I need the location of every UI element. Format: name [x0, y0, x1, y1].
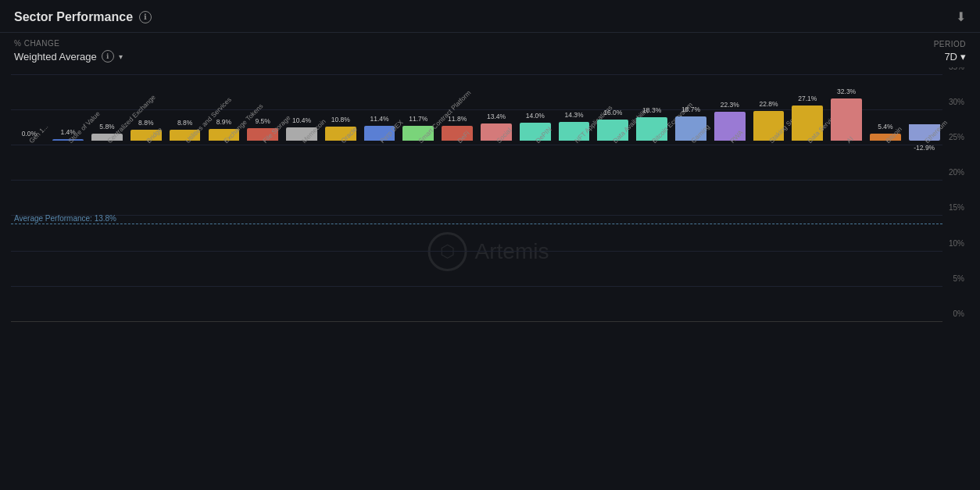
- bar-value-label: -12.9%: [914, 144, 935, 152]
- period-select[interactable]: 7D ▾: [944, 51, 966, 63]
- bar-group[interactable]: 18.7%Gaming: [673, 75, 710, 141]
- grid-label: 30%: [949, 98, 964, 106]
- bar-value-label: 14.3%: [564, 111, 583, 119]
- average-line-label: Average Performance: 13.8%: [14, 214, 116, 223]
- bar-group[interactable]: 11.7%Smart Contract Platform: [400, 75, 437, 141]
- bar-group[interactable]: 10.4%Memecoin: [284, 75, 320, 141]
- bar-group[interactable]: 9.5%File Storage: [245, 75, 281, 141]
- controls-right: PERIOD 7D ▾: [934, 40, 966, 63]
- bar-value-label: 8.8%: [177, 119, 192, 127]
- chart-inner: ⬡ Artemis 0%5%10%15%20%25%30%35% 0.0%Gen…: [11, 75, 966, 427]
- bar-value-label: 18.7%: [681, 106, 700, 113]
- grid-label: 10%: [949, 238, 964, 247]
- bar-value-label: 27.1%: [798, 95, 817, 102]
- bar-value-label: 22.8%: [759, 100, 778, 108]
- bar-value-label: 13.4%: [487, 113, 506, 120]
- change-label: % CHANGE: [14, 39, 123, 48]
- bar-group[interactable]: 1.4%Store of Value: [50, 75, 87, 141]
- bar-group[interactable]: 8.8%Bridge: [127, 75, 164, 141]
- header-left: Sector Performance ℹ: [14, 10, 152, 24]
- grid-label: 35%: [949, 67, 964, 71]
- title-info-icon[interactable]: ℹ: [139, 11, 152, 23]
- bar-value-label: 8.9%: [216, 118, 231, 126]
- period-value: 7D: [944, 51, 957, 63]
- bar-group[interactable]: 32.3%AI: [828, 75, 865, 141]
- bar-value-label: 9.5%: [255, 117, 270, 125]
- bar-value-label: 11.8%: [448, 115, 467, 123]
- header: Sector Performance ℹ ⬇: [0, 0, 980, 33]
- bar-group[interactable]: 16.0%Data Availability: [595, 75, 631, 141]
- bar-group[interactable]: 14.3%NFT Applications: [556, 75, 592, 141]
- bar-group[interactable]: 14.0%DePIN: [517, 75, 553, 141]
- bar-group[interactable]: 8.9%Exchange Tokens: [206, 75, 242, 141]
- bar[interactable]: 32.3%: [831, 98, 862, 141]
- page-title: Sector Performance: [14, 10, 133, 24]
- bar-value-label: 22.3%: [721, 101, 739, 109]
- bar-group[interactable]: 27.1%Data Services: [789, 75, 826, 141]
- weighted-average-value: Weighted Average: [14, 51, 97, 63]
- grid-label: 20%: [949, 168, 964, 177]
- bar-value-label: 14.0%: [526, 112, 545, 120]
- main-container: Sector Performance ℹ ⬇ % CHANGE Weighted…: [0, 0, 980, 490]
- period-label: PERIOD: [934, 40, 966, 48]
- period-chevron-icon: ▾: [960, 51, 966, 63]
- bar-value-label: 18.3%: [642, 106, 661, 114]
- bar-group[interactable]: 11.4%Perp DEX: [361, 75, 398, 141]
- bar-value-label: 10.8%: [331, 116, 350, 123]
- average-line: [11, 224, 942, 224]
- weighted-info-icon[interactable]: ℹ: [102, 50, 114, 63]
- chart-area: ⬡ Artemis 0%5%10%15%20%25%30%35% 0.0%Gen…: [0, 67, 980, 490]
- download-button[interactable]: ⬇: [956, 9, 966, 24]
- bars-container: 0.0%Gen 1...1.4%Store of Value5.8%Centra…: [11, 75, 942, 427]
- controls-left: % CHANGE Weighted Average ℹ ▾: [14, 39, 123, 63]
- grid-label: 25%: [949, 133, 964, 141]
- grid-label: 0%: [953, 309, 964, 317]
- grid-label: 15%: [949, 203, 964, 212]
- bar-group[interactable]: 0.0%Gen 1...: [11, 75, 48, 141]
- bar-value-label: 16.0%: [603, 109, 622, 116]
- bar-group[interactable]: 22.3%RWA: [711, 75, 748, 141]
- bar-group[interactable]: 11.8%DeFi: [439, 75, 476, 141]
- bar-value-label: 5.8%: [99, 123, 114, 131]
- bar-value-label: 32.3%: [837, 88, 856, 95]
- bar-group[interactable]: 22.8%Staking Services: [750, 75, 787, 141]
- bar-value-label: 5.4%: [878, 123, 892, 131]
- weighted-average-select[interactable]: Weighted Average ℹ ▾: [14, 50, 123, 63]
- controls-bar: % CHANGE Weighted Average ℹ ▾ PERIOD 7D …: [0, 33, 980, 67]
- grid-label: 5%: [953, 274, 964, 282]
- bar-value-label: 10.4%: [292, 116, 311, 124]
- bar-value-label: 11.7%: [409, 115, 427, 123]
- bar-group[interactable]: -12.9%Ethereum: [906, 75, 942, 141]
- bar-group[interactable]: 10.8%Oracle: [322, 75, 359, 141]
- chevron-down-icon: ▾: [119, 52, 123, 61]
- bar-group[interactable]: 18.3%Bitcoin Ecosystem: [634, 75, 671, 141]
- bar-group[interactable]: 8.8%Utilities and Services: [166, 75, 203, 141]
- bar-value-label: 11.4%: [370, 115, 389, 123]
- bar-group[interactable]: 13.4%Social: [478, 75, 515, 141]
- bar-group[interactable]: 5.8%Centralized Exchange: [89, 75, 126, 141]
- bar-group[interactable]: 5.4%Bitcoin: [867, 75, 904, 141]
- bar-value-label: 8.8%: [138, 119, 153, 127]
